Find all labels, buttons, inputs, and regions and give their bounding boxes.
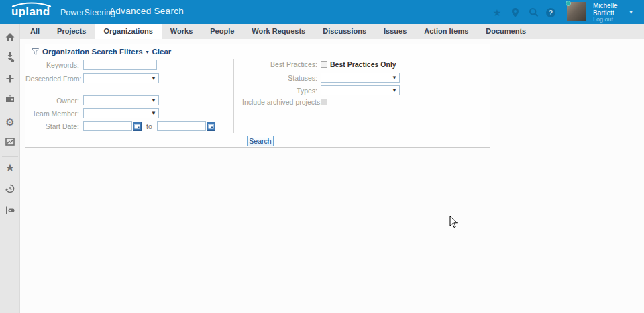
tab-work-requests[interactable]: Work Requests <box>243 24 314 39</box>
best-practices-checkbox[interactable] <box>321 61 327 68</box>
settings-gear-icon: ⚙ <box>5 116 14 128</box>
user-avatar[interactable] <box>567 2 586 21</box>
left-sidebar: ⚙ ★ <box>0 24 20 313</box>
tab-works[interactable]: Works <box>162 24 201 39</box>
keywords-input[interactable] <box>83 60 157 70</box>
chevron-down-icon: ▼ <box>151 97 156 104</box>
tab-organizations[interactable]: Organizations <box>95 24 161 39</box>
tab-projects[interactable]: Projects <box>48 24 95 39</box>
statuses-dropdown[interactable]: ▼ <box>321 73 400 83</box>
column-divider <box>233 59 234 133</box>
search-button[interactable]: Search <box>247 136 274 146</box>
chevron-down-icon: ▼ <box>151 75 156 82</box>
user-menu-caret-icon[interactable]: ▾ <box>629 8 633 15</box>
calendar-picker-icon[interactable] <box>133 122 142 131</box>
best-practices-checkbox-label: Best Practices Only <box>330 60 396 69</box>
app-header: upland PowerSteering Advanced Search ★ ?… <box>0 0 644 24</box>
reports-icon <box>5 136 15 147</box>
help-icon[interactable]: ? <box>545 7 556 18</box>
tab-issues[interactable]: Issues <box>375 24 415 39</box>
clear-filters-link[interactable]: Clear <box>152 48 172 56</box>
chevron-down-icon: ▼ <box>392 87 397 94</box>
descended-from-dropdown[interactable]: ▼ <box>83 73 159 83</box>
team-member-label: Team Member: <box>25 109 79 118</box>
user-name[interactable]: Michelle Bartlett <box>593 3 618 17</box>
owner-dropdown[interactable]: ▼ <box>83 95 159 105</box>
sidebar-item-add[interactable] <box>0 73 20 88</box>
brand-powersteering: PowerSteering <box>60 8 115 17</box>
page-title: Advanced Search <box>109 6 184 16</box>
search-type-tabbar: All Projects Organizations Works People … <box>0 24 644 39</box>
team-member-dropdown[interactable]: ▼ <box>83 108 159 118</box>
chevron-down-icon: ▼ <box>392 75 397 81</box>
brand-upland: upland <box>11 5 50 19</box>
filter-panel-title: Organization Search Filters <box>42 48 143 56</box>
tab-all[interactable]: All <box>21 24 48 39</box>
start-date-to-input[interactable] <box>157 121 206 131</box>
work-tree-icon <box>5 52 15 64</box>
home-icon <box>5 32 15 42</box>
best-practices-label: Best Practices: <box>242 60 317 69</box>
sidebar-item-settings[interactable]: ⚙ <box>0 116 20 131</box>
start-date-label: Start Date: <box>25 122 79 130</box>
include-archived-checkbox[interactable] <box>321 99 327 105</box>
sidebar-item-work-tree[interactable] <box>0 52 20 66</box>
date-range-separator: to <box>146 122 152 130</box>
tags-icon <box>5 205 15 216</box>
sidebar-item-tags[interactable] <box>0 205 20 220</box>
logout-link[interactable]: Log out <box>593 16 613 23</box>
statuses-label: Statuses: <box>242 74 317 82</box>
keywords-label: Keywords: <box>25 61 79 69</box>
types-dropdown[interactable]: ▼ <box>321 85 400 95</box>
sidebar-item-reports[interactable] <box>0 136 20 151</box>
calendar-picker-icon[interactable] <box>207 122 215 131</box>
portfolio-icon <box>5 93 15 104</box>
mouse-cursor <box>449 216 458 228</box>
owner-label: Owner: <box>25 97 79 105</box>
include-archived-label: Include archived projects: <box>242 98 317 106</box>
favorites-star-icon[interactable]: ★ <box>492 7 502 18</box>
tab-documents[interactable]: Documents <box>477 24 535 39</box>
sidebar-item-favorites[interactable]: ★ <box>0 162 20 177</box>
start-date-from-input[interactable] <box>83 121 132 131</box>
chevron-down-icon: ▼ <box>151 110 156 117</box>
filter-funnel-icon <box>32 48 39 56</box>
user-first-name: Michelle <box>593 3 618 10</box>
sidebar-item-home[interactable] <box>0 32 20 46</box>
collapse-caret-icon[interactable]: ▾ <box>146 49 149 55</box>
organization-search-filters-panel: Organization Search Filters ▾ Clear Keyw… <box>25 44 490 148</box>
online-status-dot <box>566 1 571 6</box>
types-label: Types: <box>242 87 317 95</box>
location-pin-icon[interactable] <box>510 7 521 18</box>
svg-text:?: ? <box>549 9 553 17</box>
sidebar-item-portfolio[interactable] <box>0 93 20 108</box>
sidebar-separator <box>2 156 18 156</box>
add-icon <box>5 73 15 84</box>
descended-from-label: Descended From: <box>25 75 79 83</box>
favorites-star-icon: ★ <box>5 162 15 173</box>
sidebar-item-history[interactable] <box>0 183 20 198</box>
search-icon[interactable] <box>528 7 539 18</box>
history-icon <box>5 183 15 194</box>
tab-discussions[interactable]: Discussions <box>314 24 375 39</box>
tab-people[interactable]: People <box>201 24 243 39</box>
tab-action-items[interactable]: Action Items <box>415 24 477 39</box>
